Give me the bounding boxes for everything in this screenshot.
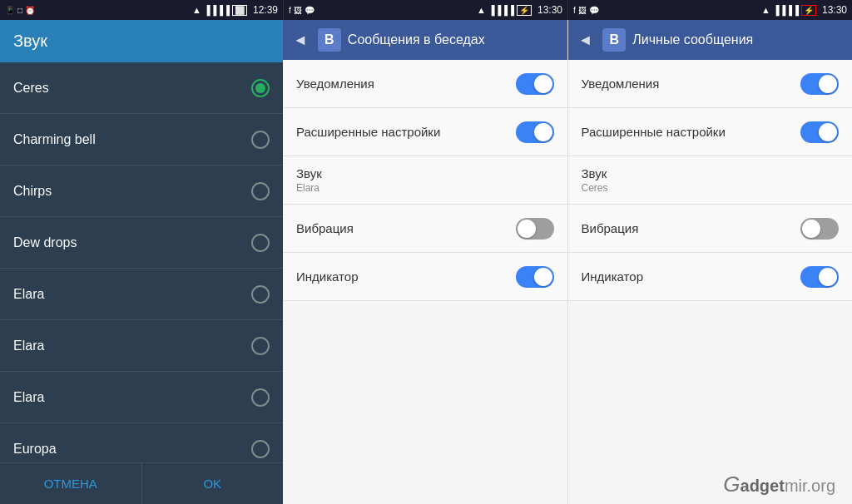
private-messages-settings: УведомленияРасширенные настройкиЗвукCere… (568, 60, 853, 504)
setting-row-text: Расширенные настройки (582, 125, 726, 139)
signal-icon-right: ▐▐▐▐ (773, 5, 799, 15)
photo-icon-mid: 🖼 (294, 6, 302, 15)
photo-icon-right: 🖼 (578, 6, 587, 15)
toggle-switch[interactable] (800, 266, 839, 288)
private-messages-header: ◄ В Личные сообщения (568, 20, 853, 60)
sound-list[interactable]: CeresCharming bellChirpsDew dropsElaraEl… (0, 62, 283, 462)
status-bar-right: f 🖼 💬 ▲ ▐▐▐▐ ⚡ 13:30 (567, 0, 852, 20)
setting-row: Индикатор (568, 253, 853, 301)
setting-label: Уведомления (296, 77, 374, 91)
right-left-icons: f 🖼 💬 (573, 6, 599, 15)
setting-sublabel: Elara (296, 182, 322, 194)
sound-item[interactable]: Elara (0, 372, 283, 423)
vk-icon-header-right: В (602, 28, 626, 52)
sound-item[interactable]: Elara (0, 320, 283, 372)
wifi-icon-mid: ▲ (477, 5, 486, 15)
wifi-icon-right: ▲ (761, 5, 770, 15)
left-status-icons: 📱 □ ⏰ (5, 6, 35, 15)
time-display-left: 12:39 (253, 4, 278, 16)
radio-button[interactable] (251, 131, 270, 149)
right-panels: ◄ В Сообщения в беседах УведомленияРасши… (283, 20, 852, 504)
signal-icon: ▐▐▐▐ (204, 5, 230, 15)
toggle-switch[interactable] (516, 218, 554, 240)
setting-row-text: Уведомления (582, 77, 660, 91)
ok-button[interactable]: OK (142, 463, 284, 504)
toggle-switch[interactable] (516, 266, 554, 288)
status-bar-mid: f 🖼 💬 ▲ ▐▐▐▐ ⚡ 13:30 (283, 0, 567, 20)
setting-label: Индикатор (582, 269, 644, 284)
alarm-icon: ⏰ (25, 6, 35, 15)
screenshot-icon: □ (17, 6, 22, 15)
mid-left-icons: f 🖼 💬 (289, 6, 315, 15)
sound-item[interactable]: Europa (0, 423, 283, 462)
left-footer: Отмена OK (0, 462, 283, 504)
sound-item-label: Charming bell (13, 132, 96, 147)
setting-row: Уведомления (283, 60, 567, 108)
msg-icon-mid: 💬 (305, 6, 315, 15)
battery-icon: ⬜ (232, 5, 247, 16)
setting-label: Уведомления (582, 77, 660, 91)
back-arrow-mid[interactable]: ◄ (293, 32, 308, 49)
notification-icon: 📱 (5, 6, 15, 15)
setting-row-text: ЗвукElara (296, 166, 322, 194)
private-messages-title: Личные сообщения (632, 32, 753, 47)
radio-button[interactable] (251, 440, 270, 458)
cancel-button[interactable]: Отмена (0, 463, 142, 504)
msg-icon-right: 💬 (589, 6, 599, 15)
vk-icon-right: f (573, 6, 576, 15)
setting-row-text: Расширенные настройки (296, 125, 440, 139)
radio-button[interactable] (251, 234, 270, 252)
toggle-switch[interactable] (516, 121, 554, 143)
radio-button[interactable] (251, 182, 270, 200)
setting-row-text: Индикатор (296, 269, 359, 284)
wifi-icon: ▲ (192, 5, 201, 15)
toggle-switch[interactable] (800, 218, 839, 240)
time-display-mid: 13:30 (537, 4, 562, 16)
battery-icon-right: ⚡ (801, 5, 816, 16)
setting-row: Расширенные настройки (283, 108, 567, 156)
sound-item-label: Elara (13, 287, 44, 302)
sound-item-label: Chirps (13, 184, 52, 199)
toggle-switch[interactable] (800, 73, 839, 95)
setting-label: Вибрация (582, 221, 639, 235)
sound-item[interactable]: Elara (0, 269, 283, 320)
sound-item[interactable]: Charming bell (0, 114, 283, 166)
sound-item-label: Ceres (13, 81, 49, 96)
setting-row: ЗвукCeres (568, 156, 853, 205)
sound-item[interactable]: Ceres (0, 62, 283, 114)
toggle-switch[interactable] (516, 73, 554, 95)
setting-label: Вибрация (296, 221, 354, 235)
setting-label: Звук (296, 166, 322, 180)
sound-title: Звук (13, 32, 47, 50)
setting-row: ЗвукElara (283, 156, 567, 205)
conversations-header: ◄ В Сообщения в беседах (283, 20, 567, 60)
conversations-title: Сообщения в беседах (348, 32, 485, 47)
radio-button[interactable] (251, 388, 270, 407)
radio-button[interactable] (251, 285, 270, 304)
vk-icon-header-mid: В (318, 28, 341, 52)
vk-icon-mid: f (289, 6, 291, 15)
time-display-right: 13:30 (822, 4, 847, 16)
sound-item[interactable]: Chirps (0, 166, 283, 217)
setting-label: Индикатор (296, 269, 359, 284)
setting-row: Индикатор (283, 253, 567, 301)
conversations-settings: УведомленияРасширенные настройкиЗвукElar… (283, 60, 567, 504)
setting-row: Уведомления (568, 60, 853, 108)
setting-row-text: ЗвукCeres (582, 166, 608, 194)
main-layout: Звук CeresCharming bellChirpsDew dropsEl… (0, 20, 852, 504)
sound-item-label: Dew drops (13, 235, 77, 250)
toggle-switch[interactable] (800, 121, 839, 143)
mid-right-icons: ▲ ▐▐▐▐ ⚡ 13:30 (477, 4, 562, 16)
radio-button[interactable] (251, 79, 270, 97)
sound-item-label: Europa (13, 442, 57, 457)
setting-label: Расширенные настройки (296, 125, 440, 139)
private-messages-panel: ◄ В Личные сообщения УведомленияРасширен… (568, 20, 853, 504)
back-arrow-right[interactable]: ◄ (578, 32, 593, 49)
radio-button[interactable] (251, 337, 270, 355)
battery-icon-mid: ⚡ (517, 5, 532, 16)
setting-label: Звук (582, 166, 608, 180)
setting-sublabel: Ceres (582, 182, 608, 194)
sound-item[interactable]: Dew drops (0, 217, 283, 269)
setting-row-text: Индикатор (582, 269, 644, 284)
sound-item-label: Elara (13, 338, 44, 353)
